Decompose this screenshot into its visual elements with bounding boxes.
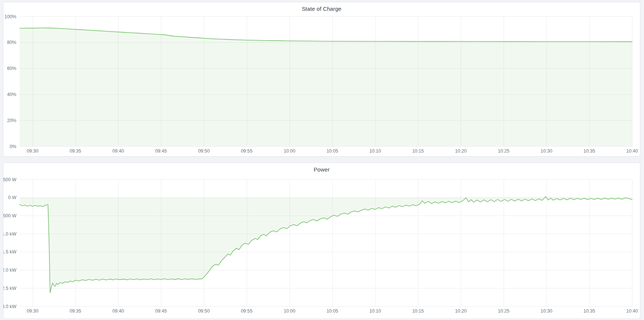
soc-chart-canvas[interactable]: 0%20%40%60%80%100%09:3009:3509:4009:4509… [3, 2, 640, 156]
series-area-fill [20, 28, 632, 146]
panel-title-power[interactable]: Power [3, 166, 640, 173]
x-tick-label: 10:00 [284, 308, 295, 314]
x-axis-labels: 09:3009:3509:4009:4509:5009:5510:0010:05… [27, 308, 638, 314]
grafana-dashboard: { "page": { "background": "#f2f3f7", "pa… [0, 0, 644, 320]
x-tick-label: 10:05 [327, 148, 338, 154]
x-tick-label: 10:15 [412, 308, 424, 314]
x-tick-label: 10:40 [626, 308, 638, 314]
x-tick-label: 10:10 [369, 148, 381, 154]
y-tick-label: -2.5 kW [3, 286, 16, 291]
power-chart-canvas[interactable]: 500 W0 W-500 W-1.0 kW-1.5 kW-2.0 kW-2.5 … [3, 163, 640, 319]
x-tick-label: 10:30 [541, 148, 552, 154]
x-tick-label: 10:10 [369, 308, 381, 314]
x-tick-label: 09:45 [155, 148, 167, 154]
x-tick-label: 10:40 [626, 148, 638, 154]
x-tick-label: 10:20 [455, 148, 466, 154]
y-tick-label: 100% [4, 14, 16, 19]
x-tick-label: 10:35 [583, 308, 595, 314]
x-tick-label: 09:50 [198, 148, 210, 154]
y-tick-label: 20% [7, 118, 16, 123]
y-tick-label: 40% [7, 92, 16, 97]
panel-title-state-of-charge[interactable]: State of Charge [3, 6, 640, 12]
panel-state-of-charge: 0%20%40%60%80%100%09:3009:3509:4009:4509… [3, 2, 640, 157]
x-tick-label: 09:30 [27, 148, 38, 154]
x-tick-label: 09:40 [112, 308, 124, 314]
x-tick-label: 09:55 [241, 308, 252, 314]
y-tick-label: -1.0 kW [3, 231, 16, 237]
x-tick-label: 10:30 [541, 308, 552, 314]
x-tick-label: 10:35 [583, 148, 595, 154]
x-tick-label: 10:05 [327, 308, 338, 314]
y-tick-label: 80% [7, 40, 16, 45]
y-axis-labels: 0%20%40%60%80%100% [4, 14, 16, 149]
series-area-fill [20, 196, 632, 293]
y-tick-label: -3.0 kW [3, 304, 16, 309]
x-tick-label: 10:20 [455, 308, 466, 314]
x-tick-label: 09:35 [69, 148, 81, 154]
y-tick-label: -2.0 kW [3, 268, 16, 273]
x-tick-label: 09:40 [112, 148, 124, 154]
y-axis-labels: 500 W0 W-500 W-1.0 kW-1.5 kW-2.0 kW-2.5 … [3, 177, 16, 309]
x-tick-label: 10:00 [284, 148, 295, 154]
x-tick-label: 09:35 [69, 308, 81, 314]
x-tick-label: 09:55 [241, 148, 252, 154]
panel-power: 500 W0 W-500 W-1.0 kW-1.5 kW-2.0 kW-2.5 … [3, 163, 640, 319]
y-tick-label: -500 W [3, 213, 16, 218]
x-tick-label: 09:50 [198, 308, 210, 314]
x-tick-label: 10:25 [498, 308, 509, 314]
x-tick-label: 09:45 [155, 308, 167, 314]
x-axis-labels: 09:3009:3509:4009:4509:5009:5510:0010:05… [27, 148, 638, 154]
y-tick-label: 500 W [3, 177, 16, 182]
x-tick-label: 09:30 [27, 308, 38, 314]
x-tick-label: 10:25 [498, 148, 509, 154]
y-tick-label: 60% [7, 66, 16, 71]
y-tick-label: 0% [10, 144, 16, 149]
y-tick-label: -1.5 kW [3, 249, 16, 255]
y-tick-label: 0 W [8, 195, 16, 200]
x-tick-label: 10:15 [412, 148, 424, 154]
